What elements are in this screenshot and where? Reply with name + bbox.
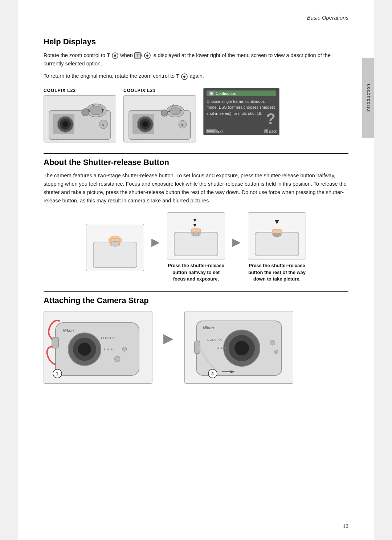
arrow-2: ▶ <box>232 235 241 248</box>
svg-point-72 <box>270 340 275 345</box>
svg-point-66 <box>234 341 249 355</box>
menu-screen: ▣ Continuous Choose single frame, contin… <box>203 88 279 135</box>
svg-point-39 <box>111 241 119 246</box>
arrow-1: ▶ <box>151 235 160 248</box>
menu-back-label: Back <box>269 129 277 133</box>
help-displays-body1: Rotate the zoom control to T when ? / is… <box>44 51 348 68</box>
svg-text:COOLPIX: COOLPIX <box>101 336 115 340</box>
svg-point-12 <box>62 121 68 127</box>
shutter-img-1 <box>86 224 144 271</box>
shutter-svg-1 <box>88 226 142 269</box>
shutter-svg-2: ▼ ▼ <box>169 214 223 258</box>
svg-text:COOLPIX: COOLPIX <box>207 338 222 342</box>
shutter-section: About the Shutter-release Button The cam… <box>44 153 348 282</box>
svg-point-5 <box>146 55 148 57</box>
menu-icon: ▣ <box>209 91 214 96</box>
camera-l21-item: COOLPIX L21 W <box>123 88 196 142</box>
menu-icon-q: ? <box>134 52 141 59</box>
svg-text:▼: ▼ <box>192 222 197 228</box>
svg-text:3: 3 <box>211 371 214 376</box>
menu-header-text: Continuous <box>216 91 236 96</box>
camera-l21-svg: W T ↙ L/OFF ⊕ <box>125 96 194 141</box>
strap-svg-2: Nikon COOLPIX 3 <box>185 312 293 383</box>
svg-point-26 <box>142 121 148 127</box>
camera-l22-svg: W T ↙ L/OFF ⊕ <box>45 96 114 141</box>
shutter-caption-1: Press the shutter-release button halfway… <box>167 262 225 282</box>
menu-footer: MENU Exit ? Back <box>206 129 277 133</box>
side-tab-label: Introduction <box>366 84 371 113</box>
zoom-icon-3 <box>181 73 188 80</box>
menu-exit-btn: MENU Exit <box>206 129 223 133</box>
shutter-title: About the Shutter-release Button <box>44 158 348 167</box>
page: Introduction Basic Operations Help Displ… <box>18 0 374 540</box>
camera-l22-item: COOLPIX L22 W <box>44 88 116 142</box>
svg-text:?: ? <box>136 54 139 58</box>
cameras-row: COOLPIX L22 W <box>44 88 348 142</box>
bold-T-1: T <box>107 52 110 58</box>
svg-text:1: 1 <box>56 371 58 376</box>
shutter-caption-2: Press the shutter-release button the res… <box>248 262 306 282</box>
strap-img-2: Nikon COOLPIX 3 <box>184 311 293 384</box>
strap-title: Attaching the Camera Strap <box>44 296 348 305</box>
camera-l21-label: COOLPIX L21 <box>123 88 196 93</box>
svg-point-71 <box>225 347 226 349</box>
svg-text:T: T <box>180 110 182 113</box>
shutter-body: The camera features a two-stage shutter-… <box>44 172 348 205</box>
strap-arrow: ▶ <box>163 331 173 346</box>
svg-text:L/OFF: L/OFF <box>50 140 58 141</box>
zoom-icon-1 <box>111 52 119 59</box>
menu-back-icon: ? <box>264 129 268 133</box>
svg-point-62 <box>111 348 113 350</box>
bold-T-2: T <box>176 73 179 79</box>
camera-l22-label: COOLPIX L22 <box>44 88 116 93</box>
page-number: 13 <box>343 523 348 529</box>
svg-text:⊕: ⊕ <box>102 123 105 126</box>
page-header: Basic Operations <box>44 15 348 28</box>
svg-rect-74 <box>195 341 200 354</box>
svg-point-52 <box>78 343 91 356</box>
strap-svg-1: Nikon COOLPIX 1 <box>45 312 152 383</box>
side-tab: Introduction <box>362 58 374 138</box>
menu-screen-header: ▣ Continuous <box>207 90 276 96</box>
shutter-item-2: ▼ ▼ Press the shutter-release button hal… <box>167 212 225 282</box>
svg-point-7 <box>183 76 185 78</box>
svg-text:W: W <box>168 110 171 113</box>
svg-point-18 <box>82 109 89 116</box>
strap-divider <box>44 291 348 292</box>
menu-screen-body: Choose single frame, continuous mode, BS… <box>207 98 276 117</box>
menu-question-mark: ? <box>266 110 275 128</box>
shutter-divider <box>44 153 348 154</box>
shutter-item-1 <box>86 224 144 271</box>
help-displays-body2: To return to the original menu, rotate t… <box>44 72 348 80</box>
svg-text:▼: ▼ <box>273 218 281 226</box>
menu-back-btn: ? Back <box>264 129 277 133</box>
menu-exit-icon: MENU <box>206 129 217 133</box>
svg-point-44 <box>192 232 200 236</box>
svg-point-61 <box>107 348 109 350</box>
camera-l22-image: W T ↙ L/OFF ⊕ <box>44 95 116 142</box>
svg-text:⊕: ⊕ <box>181 123 184 126</box>
svg-point-59 <box>122 347 127 351</box>
svg-text:T: T <box>102 109 104 112</box>
strap-img-1: Nikon COOLPIX 1 <box>44 311 152 384</box>
shutter-img-2: ▼ ▼ <box>167 212 225 259</box>
svg-text:Nikon: Nikon <box>63 328 74 333</box>
svg-point-58 <box>114 356 120 362</box>
camera-l21-image: W T ↙ L/OFF ⊕ <box>123 95 196 142</box>
svg-point-32 <box>161 110 168 116</box>
svg-point-60 <box>104 348 105 350</box>
help-displays-section: Help Displays Rotate the zoom control to… <box>44 37 348 142</box>
header-title: Basic Operations <box>307 15 348 21</box>
svg-point-14 <box>89 106 103 115</box>
svg-point-28 <box>170 108 181 115</box>
help-displays-title: Help Displays <box>44 37 348 47</box>
svg-point-73 <box>274 350 278 354</box>
svg-point-48 <box>273 233 281 237</box>
zoom-icon-2 <box>144 52 151 59</box>
svg-rect-55 <box>52 337 58 348</box>
menu-exit-label: Exit <box>217 129 224 133</box>
svg-point-69 <box>217 347 219 349</box>
svg-point-70 <box>221 347 222 349</box>
svg-text:L/OFF: L/OFF <box>130 140 138 141</box>
shutter-img-3: ▼ <box>248 212 306 259</box>
